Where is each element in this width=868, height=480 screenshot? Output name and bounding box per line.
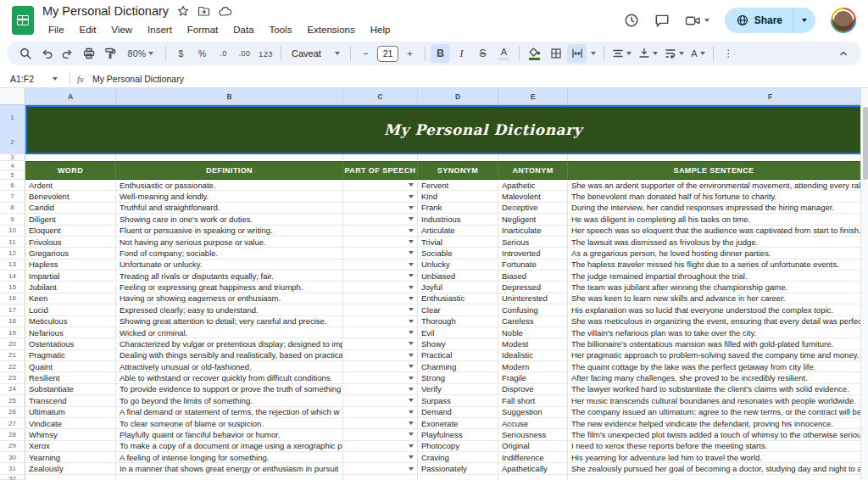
borders-button[interactable] — [546, 44, 565, 63]
cell-sentence[interactable]: The film's unexpected plot twists added … — [568, 429, 860, 439]
cell-sentence[interactable]: The quaint cottage by the lake was the p… — [568, 361, 860, 371]
cell-sentence[interactable]: He was diligent in completing all his ta… — [568, 214, 860, 224]
cell-part-of-speech[interactable] — [343, 248, 418, 258]
cell-antonym[interactable]: Suggestion — [498, 407, 568, 417]
row-header-29[interactable]: 29 — [0, 441, 25, 451]
share-button[interactable]: Share — [725, 8, 793, 33]
cell-sentence[interactable]: She zealously pursued her goal of becomi… — [568, 463, 860, 473]
cell-synonym[interactable]: Frank — [418, 203, 498, 213]
cell-word[interactable]: Impartial — [25, 271, 116, 281]
cell-antonym[interactable]: Deceptive — [498, 203, 568, 213]
cell-definition[interactable]: To provide evidence to support or prove … — [116, 384, 343, 394]
account-avatar[interactable] — [831, 8, 856, 33]
row-header-24[interactable]: 24 — [0, 384, 25, 394]
cell-sentence[interactable]: I need to xerox these reports before the… — [568, 441, 860, 451]
cell-sentence[interactable]: His yearning for adventure led him to tr… — [568, 452, 860, 462]
cell-part-of-speech[interactable] — [343, 260, 418, 270]
dropdown-caret-icon[interactable] — [409, 342, 414, 345]
dropdown-caret-icon[interactable] — [409, 455, 414, 459]
cell-definition[interactable]: Feeling or expressing great happiness an… — [116, 282, 343, 292]
cell-sentence[interactable]: The company issued an ultimatum: agree t… — [568, 407, 860, 417]
row-header-31[interactable]: 31 — [0, 463, 25, 473]
cell-part-of-speech[interactable] — [343, 463, 418, 473]
cell-part-of-speech[interactable] — [343, 441, 418, 451]
dropdown-caret-icon[interactable] — [409, 365, 414, 368]
cell-sentence[interactable]: The villain's nefarious plan was to take… — [568, 327, 860, 338]
cell-empty[interactable] — [418, 154, 498, 161]
row-header-9[interactable]: 9 — [0, 214, 25, 224]
cell-word[interactable]: Lucid — [25, 304, 116, 315]
cell-word[interactable]: Ostentatious — [25, 338, 116, 349]
horizontal-align-button[interactable] — [609, 44, 634, 63]
cell-sentence[interactable]: She was meticulous in organizing the eve… — [568, 316, 860, 327]
cell-synonym[interactable]: Sociable — [418, 248, 498, 258]
dropdown-caret-icon[interactable] — [409, 183, 414, 187]
cell-part-of-speech[interactable] — [343, 395, 418, 405]
name-box[interactable]: A1:F2 — [10, 74, 63, 84]
cell-synonym[interactable]: Charming — [418, 361, 498, 371]
dropdown-caret-icon[interactable] — [409, 263, 414, 266]
cell-definition[interactable]: Attractively unusual or old-fashioned. — [116, 361, 343, 371]
cell-antonym[interactable]: Original — [498, 441, 568, 451]
cell-synonym[interactable]: Photocopy — [418, 441, 498, 451]
document-title[interactable]: My Personal Dictionary — [42, 4, 169, 18]
table-header-part-of-speech[interactable]: PART OF SPEECH — [343, 161, 418, 180]
font-select[interactable]: Caveat — [287, 44, 345, 63]
cell-part-of-speech[interactable] — [343, 338, 418, 349]
cell-empty[interactable] — [418, 475, 498, 480]
cell-synonym[interactable]: Industrious — [418, 214, 498, 224]
cell-empty[interactable] — [568, 154, 860, 161]
dropdown-caret-icon[interactable] — [409, 320, 414, 323]
cell-definition[interactable]: Wicked or criminal. — [116, 327, 343, 338]
meet-camera-icon[interactable] — [685, 14, 709, 27]
row-header-3[interactable]: 3 — [0, 154, 25, 161]
cell-part-of-speech[interactable] — [343, 327, 418, 338]
menu-item-file[interactable]: File — [42, 23, 70, 36]
row-header-13[interactable]: 13 — [0, 260, 25, 270]
cell-definition[interactable]: Dealing with things sensibly and realist… — [116, 350, 343, 360]
cell-antonym[interactable]: Confusing — [498, 304, 568, 315]
cell-antonym[interactable]: Fragile — [498, 372, 568, 382]
cell-antonym[interactable]: Malevolent — [498, 191, 568, 201]
cell-antonym[interactable]: Accuse — [498, 418, 568, 428]
cell-synonym[interactable]: Unlucky — [418, 260, 498, 270]
cell-word[interactable]: Zealously — [25, 463, 116, 473]
row-header-28[interactable]: 28 — [0, 429, 25, 439]
cell-antonym[interactable]: Careless — [498, 316, 568, 327]
menu-item-help[interactable]: Help — [364, 23, 397, 36]
dropdown-caret-icon[interactable] — [409, 240, 414, 243]
cell-definition[interactable]: Fond of company; sociable. — [116, 248, 343, 258]
cell-part-of-speech[interactable] — [343, 418, 418, 428]
cell-word[interactable]: Meticulous — [25, 316, 116, 327]
cell-antonym[interactable]: Idealistic — [498, 350, 568, 360]
cell-definition[interactable]: To go beyond the limits of something. — [116, 395, 343, 405]
cell-antonym[interactable]: Apathetically — [498, 463, 568, 473]
cell-synonym[interactable]: Fervent — [418, 180, 498, 190]
menu-item-data[interactable]: Data — [227, 23, 259, 36]
cell-part-of-speech[interactable] — [343, 372, 418, 382]
cell-word[interactable]: Yearning — [25, 452, 116, 462]
cell-definition[interactable]: Characterized by vulgar or pretentious d… — [116, 338, 343, 349]
cell-empty[interactable] — [116, 154, 343, 161]
cell-definition[interactable]: To make a copy of a document or image us… — [116, 441, 343, 451]
cell-sentence[interactable]: Her speech was so eloquent that the audi… — [568, 226, 860, 236]
cell-part-of-speech[interactable] — [343, 316, 418, 327]
version-history-icon[interactable] — [624, 13, 639, 28]
cell-sentence[interactable]: After facing many challenges, she proved… — [568, 372, 860, 382]
cell-definition[interactable]: Treating all rivals or disputants equall… — [116, 271, 343, 281]
row-header-16[interactable]: 16 — [0, 293, 25, 304]
font-size-input[interactable]: 21 — [377, 46, 398, 62]
cell-empty[interactable] — [343, 475, 418, 480]
cell-synonym[interactable]: Thorough — [418, 316, 498, 327]
dropdown-caret-icon[interactable] — [409, 331, 414, 334]
cell-antonym[interactable]: Modest — [498, 338, 568, 349]
menu-item-view[interactable]: View — [105, 23, 138, 36]
cell-synonym[interactable]: Craving — [418, 452, 498, 462]
cell-synonym[interactable]: Strong — [418, 372, 498, 382]
cell-word[interactable]: Whimsy — [25, 429, 116, 439]
cell-definition[interactable]: Unfortunate or unlucky. — [116, 260, 343, 270]
cell-part-of-speech[interactable] — [343, 407, 418, 417]
cell-word[interactable]: Quaint — [25, 361, 116, 371]
cell-antonym[interactable]: Uninterested — [498, 293, 568, 304]
column-header-d[interactable]: D — [418, 88, 498, 105]
